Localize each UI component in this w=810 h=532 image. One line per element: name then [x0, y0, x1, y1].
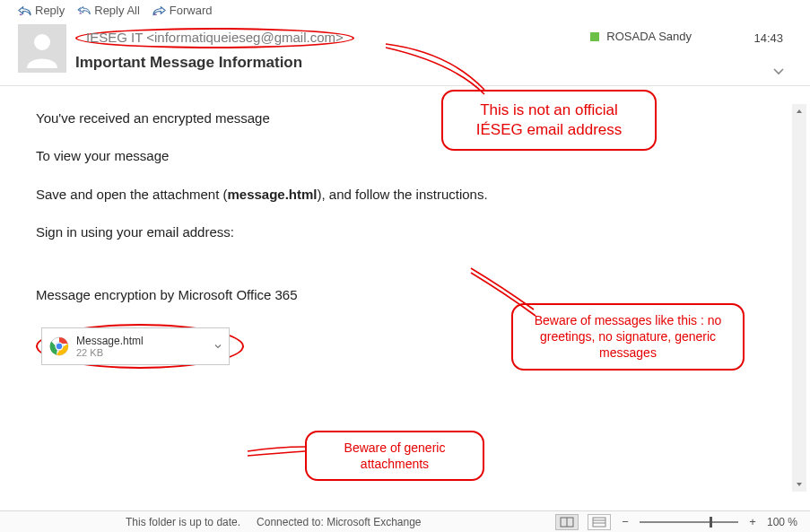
- zoom-percent: 100 %: [767, 516, 797, 528]
- action-toolbar: Reply Reply All Forward: [0, 0, 810, 19]
- zoom-out-button[interactable]: −: [620, 515, 631, 528]
- scroll-down-button[interactable]: [792, 477, 806, 492]
- avatar: [18, 24, 66, 73]
- annotation-callout-body: Beware of messages like this : no greeti…: [511, 303, 745, 371]
- chrome-icon: [49, 336, 69, 356]
- forward-icon: [152, 4, 166, 16]
- attachment-name: Message.html: [76, 335, 144, 347]
- triangle-down-icon: [796, 482, 803, 487]
- forward-button[interactable]: Forward: [152, 4, 213, 17]
- status-bar: This folder is up to date. Connected to:…: [0, 510, 810, 532]
- body-line-2: To view your message: [36, 147, 780, 165]
- folder-status: This folder is up to date.: [126, 516, 240, 528]
- caret-down-icon: [214, 344, 222, 350]
- message-body: You've received an encrypted message To …: [0, 86, 810, 479]
- reading-view-icon: [592, 517, 606, 528]
- attachment-menu-button[interactable]: [214, 342, 222, 352]
- annotation-callout-sender: This is not an official IÉSEG email addr…: [441, 90, 657, 151]
- reply-button[interactable]: Reply: [18, 4, 65, 17]
- zoom-slider[interactable]: [640, 521, 738, 523]
- zoom-in-button[interactable]: +: [747, 515, 758, 528]
- attachment[interactable]: Message.html 22 KB: [41, 327, 230, 365]
- person-icon: [22, 29, 62, 68]
- svg-rect-7: [593, 518, 605, 527]
- body-line-4: Sign in using your email address:: [36, 223, 780, 241]
- sender-annot-ellipse: IESEG IT <informatiqueieseg@gmail.com>: [75, 28, 354, 48]
- recipient-name: ROSADA Sandy: [606, 30, 692, 43]
- sender-address: IESEG IT <informatiqueieseg@gmail.com>: [86, 30, 344, 45]
- view-normal-button[interactable]: [555, 514, 579, 530]
- reply-icon: [18, 4, 31, 16]
- svg-point-0: [34, 34, 50, 50]
- received-time: 14:43: [753, 31, 783, 45]
- body-line-5: Message encryption by Microsoft Office 3…: [36, 286, 780, 304]
- presence-indicator-icon: [590, 32, 599, 41]
- view-reading-button[interactable]: [588, 514, 611, 530]
- normal-view-icon: [560, 517, 574, 528]
- chevron-down-icon: [772, 67, 785, 76]
- scroll-up-button[interactable]: [792, 104, 806, 118]
- subject: Important Message Information: [75, 48, 590, 72]
- reply-all-icon: [77, 4, 91, 16]
- zoom-slider-handle[interactable]: [710, 517, 712, 528]
- annotation-callout-attachment: Beware of generic attachments: [305, 431, 484, 481]
- reply-label: Reply: [35, 4, 65, 17]
- attachment-annot-ellipse: Message.html 22 KB: [36, 324, 244, 369]
- reply-all-button[interactable]: Reply All: [77, 4, 140, 17]
- vertical-scrollbar[interactable]: [792, 104, 806, 492]
- triangle-up-icon: [796, 109, 803, 114]
- body-line-1: You've received an encrypted message: [36, 109, 780, 127]
- message-header: IESEG IT <informatiqueieseg@gmail.com> I…: [0, 19, 810, 73]
- connection-status: Connected to: Microsoft Exchange: [257, 516, 421, 528]
- expand-header-button[interactable]: [772, 65, 785, 79]
- svg-point-4: [57, 344, 62, 349]
- reply-all-label: Reply All: [94, 4, 140, 17]
- forward-label: Forward: [170, 4, 213, 17]
- body-line-3: Save and open the attachment (message.ht…: [36, 186, 780, 204]
- attachment-size: 22 KB: [76, 347, 144, 358]
